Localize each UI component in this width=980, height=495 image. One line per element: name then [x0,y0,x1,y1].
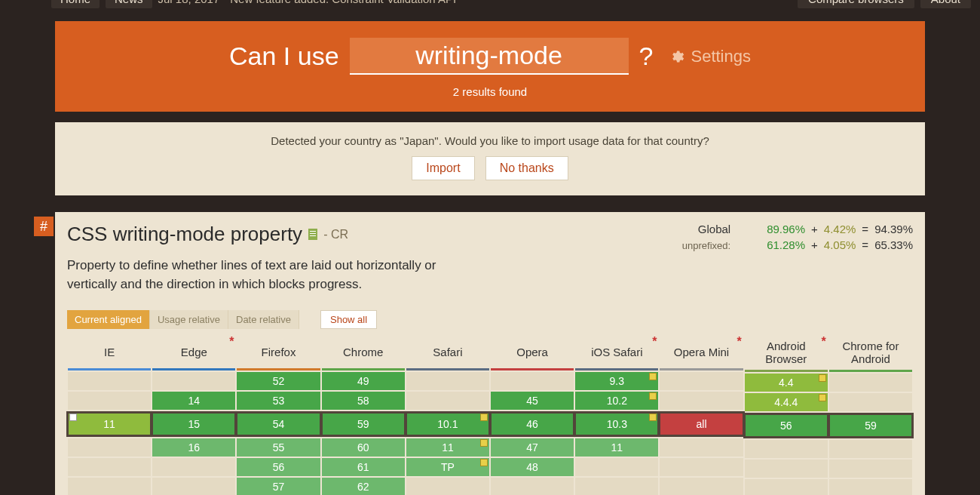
browser-underline [745,370,828,372]
support-cell[interactable]: 16 [152,438,235,457]
support-cell[interactable]: 52 [237,372,320,390]
support-cell[interactable]: all [660,413,743,435]
support-cell[interactable]: 62 [322,478,405,495]
browser-header[interactable]: iOS Safari* [575,337,658,368]
permalink-hash[interactable]: # [34,217,54,236]
support-cell[interactable]: 11 [575,438,658,457]
support-cell[interactable]: 47 [491,438,574,457]
browser-header[interactable]: Chrome [322,337,405,368]
spec-doc-icon[interactable] [308,229,317,240]
browser-underline [829,370,912,372]
nav-compare[interactable]: Compare browsers [798,0,914,8]
browser-header[interactable]: Opera Mini* [660,337,743,368]
feature-title: CSS writing-mode property - CR [67,223,459,246]
browser-underline [68,368,151,370]
support-cell [829,460,912,478]
settings-link[interactable]: Settings [669,47,751,66]
browser-header[interactable]: Edge* [152,337,235,368]
support-cell[interactable]: 53 [237,392,320,410]
support-cell [575,458,658,476]
import-button[interactable]: Import [412,156,474,180]
support-cell[interactable]: 10.3 [575,413,658,435]
support-cell [660,458,743,476]
search-question: ? [639,42,654,71]
support-cell[interactable]: 10.2 [575,392,658,410]
note-badge-icon [69,414,77,421]
support-cell [68,392,151,410]
browser-column: Chrome for Android59 [829,337,912,495]
support-cell [68,478,151,495]
support-cell[interactable]: 10.1 [406,413,489,435]
support-cell[interactable]: 45 [491,392,574,410]
tab-current-aligned[interactable]: Current aligned [67,310,150,329]
support-cell[interactable]: 11 [406,438,489,457]
note-badge-icon [480,459,488,466]
support-cell[interactable]: 14 [152,392,235,410]
support-cell[interactable]: TP [406,458,489,476]
support-cell[interactable]: 59 [322,413,405,435]
browser-column: Opera45464748 [491,337,574,495]
support-cell [829,393,912,411]
browser-header[interactable]: Chrome for Android [829,337,912,370]
view-tabs: Current aligned Usage relative Date rela… [67,310,913,329]
nothanks-button[interactable]: No thanks [485,156,568,180]
support-cell[interactable]: 57 [237,478,320,495]
support-cell [406,392,489,410]
note-badge-icon [649,414,657,421]
note-badge-icon [819,394,826,401]
usage-stats: Global 89.96% + 4.42% = 94.39% unprefixe… [657,223,913,294]
browser-header[interactable]: Opera [491,337,574,368]
note-star-icon: * [652,335,657,349]
support-cell[interactable]: 4.4 [745,374,828,392]
tab-usage-relative[interactable]: Usage relative [150,310,228,329]
browser-column: Opera Mini*all [660,337,743,495]
support-cell[interactable]: 46 [491,413,574,435]
support-cell[interactable]: 58 [322,392,405,410]
tab-date-relative[interactable]: Date relative [228,310,299,329]
support-cell [745,479,828,495]
support-cell [68,372,151,390]
note-star-icon: * [229,335,234,349]
browser-header[interactable]: IE [68,337,151,368]
nav-news[interactable]: News [106,0,152,8]
news-headline: Jul 18, 2017 New feature added: Constrai… [158,0,457,5]
browser-column: iOS Safari*9.310.210.311 [575,337,658,495]
browser-header[interactable]: Firefox [237,337,320,368]
support-cell[interactable]: 55 [237,438,320,457]
usage-global-label: Global [698,223,730,235]
support-cell [660,372,743,390]
search-input[interactable] [350,38,629,75]
browser-column: Chrome495859606162 [322,337,405,495]
feature-panel: # CSS writing-mode property - CR Propert… [55,212,925,495]
browser-underline [406,368,489,370]
browser-header[interactable]: Safari [406,337,489,368]
support-cell[interactable]: 11 [68,413,151,435]
support-cell [406,478,489,495]
support-cell[interactable]: 59 [829,414,912,437]
nav-about[interactable]: About [920,0,971,8]
support-cell [829,479,912,495]
note-star-icon: * [737,335,741,349]
support-cell[interactable]: 60 [322,438,405,457]
note-badge-icon [819,374,826,382]
support-cell[interactable]: 4.4.4 [745,393,828,411]
browser-column: Firefox525354555657 [237,337,320,495]
support-cell[interactable]: 54 [237,413,320,435]
support-cell[interactable]: 15 [152,413,235,435]
support-cell[interactable]: 56 [745,414,828,437]
note-badge-icon [649,373,657,380]
support-cell[interactable]: 9.3 [575,372,658,390]
feature-description: Property to define whether lines of text… [67,257,459,294]
support-cell[interactable]: 48 [491,458,574,476]
show-all-button[interactable]: Show all [320,310,377,329]
support-cell[interactable]: 49 [322,372,405,390]
search-hero: Can I use ? Settings 2 results found [55,21,925,112]
usage-unprefixed-label: unprefixed: [682,240,730,251]
browser-header[interactable]: Android Browser* [745,337,828,370]
nav-home[interactable]: Home [51,0,100,8]
browser-underline [237,368,320,370]
support-cell [745,440,828,458]
support-cell[interactable]: 61 [322,458,405,476]
support-cell[interactable]: 56 [237,458,320,476]
note-badge-icon [480,414,488,421]
